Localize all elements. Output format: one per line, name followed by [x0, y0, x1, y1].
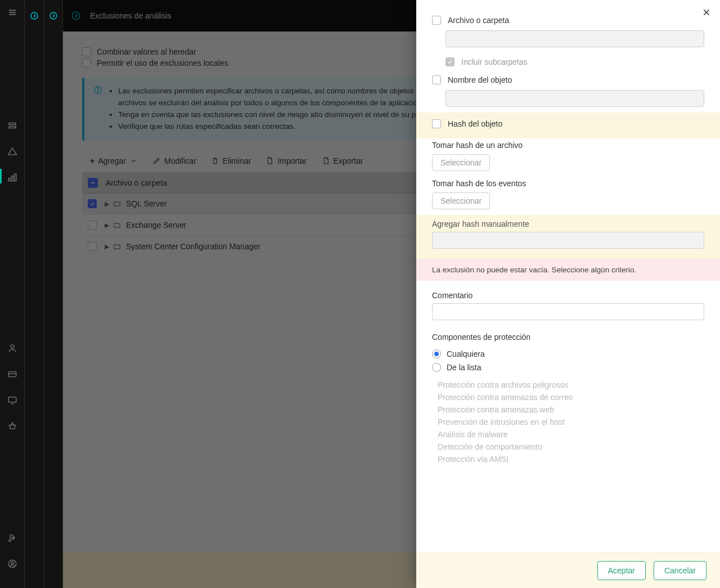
inherit-checkbox[interactable]	[82, 47, 91, 56]
nav-icon-card[interactable]	[7, 369, 17, 379]
svg-point-8	[11, 345, 14, 348]
svg-point-17	[72, 12, 80, 20]
import-button[interactable]: Importar	[266, 156, 307, 165]
row-checkbox[interactable]	[88, 242, 97, 251]
object-hash-label: Hash del objeto	[448, 119, 502, 128]
object-name-label: Nombre del objeto	[448, 75, 512, 84]
select-all-checkbox[interactable]	[88, 178, 98, 188]
delete-button[interactable]: Eliminar	[211, 156, 251, 165]
chevron-down-icon	[129, 156, 138, 165]
expand-caret-icon[interactable]: ▶	[105, 200, 109, 208]
info-icon	[93, 86, 102, 95]
file-folder-label: Archivo o carpeta	[448, 16, 509, 25]
radio-from-list[interactable]	[432, 363, 441, 372]
component-label: Prevención de intrusiones en el host	[438, 418, 565, 427]
object-hash-checkbox[interactable]	[432, 119, 441, 128]
wrench-icon[interactable]	[7, 533, 17, 543]
component-label: Análisis de malware	[438, 430, 508, 439]
expand-caret-icon[interactable]: ▶	[105, 222, 109, 229]
hash-from-events-label: Tomar hash de los eventos	[416, 177, 720, 190]
hash-from-file-label: Tomar hash de un archivo	[416, 138, 720, 152]
nav-icon-1[interactable]	[7, 120, 17, 131]
nav-icon-basket[interactable]	[7, 421, 17, 431]
nav-icon-user[interactable]	[7, 343, 17, 353]
close-button[interactable]	[700, 6, 713, 19]
hash-manual-input[interactable]	[432, 232, 704, 249]
svg-rect-7	[14, 174, 16, 181]
exclusion-side-panel: Archivo o carpeta Incluir subcarpetas No…	[416, 0, 720, 588]
component-label: Protección vía AMSI	[438, 455, 508, 464]
trash-icon	[211, 156, 219, 165]
page-title: Exclusiones de análisis	[90, 11, 172, 20]
svg-rect-6	[11, 176, 13, 181]
row-name: Exchange Server	[126, 221, 186, 230]
file-folder-checkbox[interactable]	[432, 16, 441, 25]
nav-icon-2[interactable]	[7, 146, 17, 156]
chevron-circle-icon[interactable]	[71, 11, 81, 21]
include-subfolders-label: Incluir subcarpetas	[461, 57, 528, 66]
pencil-icon	[152, 156, 161, 165]
object-name-checkbox[interactable]	[432, 75, 441, 84]
panel-footer: Aceptar Cancelar	[416, 552, 720, 588]
component-label: Protección contra amenazas de correo	[438, 393, 573, 402]
sidebar-rail	[0, 0, 25, 588]
expand-caret-icon[interactable]: ▶	[105, 243, 109, 250]
edit-button[interactable]: Modificar	[152, 156, 196, 165]
add-hash-manual-label: Agregar hash manualmente	[416, 217, 720, 231]
folder-icon	[112, 200, 122, 208]
active-nav-marker	[0, 169, 2, 183]
select-hash-file-button[interactable]: Seleccionar	[432, 154, 490, 171]
accept-button[interactable]: Aceptar	[597, 561, 646, 580]
export-icon	[322, 156, 330, 165]
svg-point-14	[11, 562, 14, 564]
row-name: System Center Configuration Manager	[126, 242, 260, 251]
radio-from-list-label: De la lista	[447, 363, 481, 372]
row-checkbox[interactable]	[88, 199, 97, 208]
folder-icon	[112, 221, 122, 229]
object-name-input[interactable]	[446, 90, 704, 107]
sub-rail-1[interactable]	[25, 0, 44, 588]
comment-label: Comentario	[416, 289, 720, 302]
import-icon	[266, 156, 274, 165]
chevron-circle-icon[interactable]	[49, 11, 58, 20]
close-icon	[702, 8, 711, 17]
inherit-label: Combinar valores al heredar	[97, 47, 196, 56]
folder-icon	[112, 243, 122, 250]
svg-rect-3	[9, 123, 16, 125]
add-button[interactable]: +Agregar	[90, 156, 138, 165]
include-subfolders-checkbox	[446, 57, 454, 66]
radio-any[interactable]	[432, 349, 441, 358]
sub-rail-2[interactable]	[44, 0, 63, 588]
svg-rect-5	[8, 178, 10, 181]
svg-rect-11	[8, 397, 16, 402]
export-button[interactable]: Exportar	[322, 156, 363, 165]
file-folder-input[interactable]	[446, 30, 704, 47]
component-label: Protección contra archivos peligrosos	[438, 380, 569, 389]
svg-rect-4	[9, 127, 16, 128]
row-checkbox[interactable]	[88, 221, 97, 230]
svg-point-16	[50, 12, 57, 19]
row-name: SQL Server	[126, 199, 167, 208]
nav-icon-3[interactable]	[7, 172, 17, 182]
cancel-button[interactable]: Cancelar	[654, 561, 706, 580]
error-message: La exclusión no puede estar vacía. Selec…	[416, 259, 720, 281]
svg-point-20	[97, 88, 98, 88]
component-label: Detección de comportamiento	[438, 442, 542, 451]
col-file-folder: Archivo o carpeta	[106, 178, 167, 187]
local-exclusions-label: Permitir el uso de exclusiones locales	[97, 59, 228, 68]
component-label: Protección contra amenazas web	[438, 405, 554, 414]
select-hash-events-button[interactable]: Seleccionar	[432, 192, 490, 209]
radio-any-label: Cualquiera	[447, 349, 485, 358]
hamburger-icon[interactable]	[0, 0, 25, 25]
chevron-circle-icon[interactable]	[30, 11, 39, 20]
svg-point-15	[31, 12, 38, 19]
local-exclusions-checkbox[interactable]	[82, 59, 91, 68]
nav-icon-screen[interactable]	[7, 395, 17, 405]
user-circle-icon[interactable]	[7, 559, 17, 569]
components-label: Componentes de protección	[416, 330, 720, 344]
comment-input[interactable]	[432, 303, 704, 320]
